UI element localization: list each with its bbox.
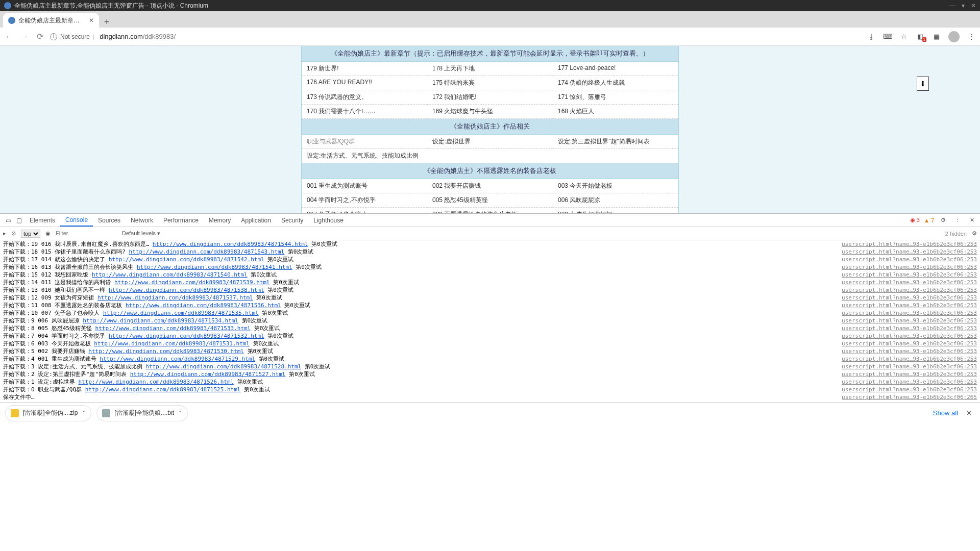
chapter-link[interactable]: 设定:第三虚拟世界"超"简易时间表 — [553, 135, 678, 149]
console-url-link[interactable]: http://www.dingdiann.com/ddk89983/487152… — [85, 386, 241, 393]
console-url-link[interactable]: http://www.dingdiann.com/ddk89983/487153… — [114, 279, 270, 286]
console-source-link[interactable]: userscript.html?name…93-e1b6b2e3cf06:265 — [842, 393, 977, 401]
console-url-link[interactable]: http://www.dingdiann.com/ddk89983/487153… — [103, 310, 259, 316]
chapter-link[interactable]: 170 我们需要十八个t…… — [302, 105, 427, 119]
chapter-link[interactable]: 009 女孩为何穿短裙 — [553, 208, 678, 213]
profile-avatar[interactable] — [948, 31, 960, 42]
device-toggle-icon[interactable]: ▢ — [14, 217, 24, 224]
new-tab-button[interactable]: + — [99, 17, 115, 28]
console-source-link[interactable]: userscript.html?name…93-e1b6b2e3cf06:253 — [842, 370, 977, 378]
browser-tab[interactable]: 全能伪娘店主最新章节,全能伪... ✕ — [3, 13, 99, 28]
close-window-icon[interactable]: ✕ — [971, 2, 976, 9]
console-url-link[interactable]: http://www.dingdiann.com/ddk89983/487152… — [146, 363, 302, 370]
console-sidebar-toggle-icon[interactable]: ▸ — [3, 230, 6, 237]
chapter-link[interactable]: 002 我要开店赚钱 — [427, 179, 553, 193]
console-settings-icon[interactable]: ⚙ — [972, 230, 977, 237]
show-all-downloads-button[interactable]: Show all — [933, 409, 958, 417]
download-widget-icon[interactable]: ⬇ — [917, 77, 929, 91]
chevron-up-icon[interactable]: ⌃ — [82, 410, 86, 416]
chapter-link[interactable]: 171 惊剑、落雁弓 — [553, 90, 678, 105]
chevron-up-icon[interactable]: ⌃ — [178, 410, 182, 416]
console-source-link[interactable]: userscript.html?name…93-e1b6b2e3cf06:253 — [842, 256, 977, 263]
log-levels-dropdown[interactable]: Default levels ▾ — [122, 230, 160, 237]
security-indicator[interactable]: i Not secure | — [50, 33, 94, 40]
console-url-link[interactable]: http://www.dingdiann.com/ddk89983/487152… — [79, 379, 234, 385]
console-output[interactable]: 开始下载：19 016 我叫辰辰,来自红魔乡,喜欢的东西是… http://ww… — [0, 240, 980, 402]
console-url-link[interactable]: http://www.dingdiann.com/ddk89983/487154… — [129, 248, 285, 255]
console-source-link[interactable]: userscript.html?name…93-e1b6b2e3cf06:253 — [842, 271, 977, 279]
console-url-link[interactable]: http://www.dingdiann.com/ddk89983/487153… — [88, 348, 244, 355]
chapter-link[interactable]: 172 我们结婚吧! — [427, 90, 553, 105]
extension-icon[interactable]: ▦ — [932, 33, 941, 40]
console-source-link[interactable]: userscript.html?name…93-e1b6b2e3cf06:253 — [842, 386, 977, 393]
devtools-tab-console[interactable]: Console — [60, 214, 93, 227]
reload-button[interactable]: ⟳ — [35, 32, 45, 41]
console-url-link[interactable]: http://www.dingdiann.com/ddk89983/487152… — [100, 356, 255, 362]
console-url-link[interactable]: http://www.dingdiann.com/ddk89983/487152… — [130, 371, 286, 378]
chapter-link[interactable]: 173 传说武器的意义。 — [302, 90, 427, 105]
console-source-link[interactable]: userscript.html?name…93-e1b6b2e3cf06:253 — [842, 248, 977, 256]
devtools-tab-elements[interactable]: Elements — [24, 214, 60, 227]
console-url-link[interactable]: http://www.dingdiann.com/ddk89983/487153… — [94, 340, 250, 347]
console-source-link[interactable]: userscript.html?name…93-e1b6b2e3cf06:253 — [842, 309, 977, 317]
chapter-link[interactable]: 176 ARE YOU READY!! — [302, 76, 427, 90]
chapter-link[interactable]: 007 兔子急了也会咬人 — [302, 208, 427, 213]
devtools-tab-network[interactable]: Network — [126, 214, 158, 227]
chapter-link[interactable]: 005 怒怼45级精英怪 — [427, 193, 553, 208]
console-source-link[interactable]: userscript.html?name…93-e1b6b2e3cf06:253 — [842, 340, 977, 347]
maximize-icon[interactable]: ▾ — [962, 2, 965, 9]
console-source-link[interactable]: userscript.html?name…93-e1b6b2e3cf06:253 — [842, 347, 977, 355]
close-tab-icon[interactable]: ✕ — [89, 17, 94, 24]
chapter-link[interactable]: 006 风吹屁屁凉 — [553, 193, 678, 208]
warning-count[interactable]: ▲ 7 — [924, 217, 934, 223]
console-source-link[interactable]: userscript.html?name…93-e1b6b2e3cf06:253 — [842, 302, 977, 309]
download-icon[interactable]: ⭳ — [867, 33, 876, 40]
console-source-link[interactable]: userscript.html?name…93-e1b6b2e3cf06:253 — [842, 263, 977, 271]
console-url-link[interactable]: http://www.dingdiann.com/ddk89983/487154… — [153, 241, 308, 247]
devtools-close-icon[interactable]: ✕ — [967, 217, 977, 223]
devtools-settings-icon[interactable]: ⚙ — [938, 217, 948, 223]
forward-button[interactable]: → — [19, 32, 30, 41]
chapter-link[interactable]: 设定:虚拟世界 — [427, 135, 553, 149]
chapter-link[interactable]: 175 特殊的来宾 — [427, 76, 553, 90]
chapter-link[interactable]: 003 今天开始做老板 — [553, 179, 678, 193]
download-item[interactable]: [雷渐凝]全能伪娘....txt ⌃ — [96, 405, 188, 421]
chapter-link[interactable]: 004 学而时习之,不亦悦乎 — [302, 193, 427, 208]
chapter-link[interactable]: 设定:生活方式、元气系统、技能加成比例 — [302, 149, 427, 163]
chapter-link[interactable]: 179 新世界! — [302, 62, 427, 76]
inspect-icon[interactable]: ▭ — [3, 217, 14, 224]
chapter-link[interactable]: 008 不愿透露姓名的装备店老板 — [427, 208, 553, 213]
address-field[interactable]: dingdiann.com/ddk89983/ — [100, 33, 176, 40]
console-url-link[interactable]: http://www.dingdiann.com/ddk89983/487154… — [137, 264, 292, 270]
close-shelf-icon[interactable]: ✕ — [963, 409, 975, 417]
console-source-link[interactable]: userscript.html?name…93-e1b6b2e3cf06:253 — [842, 355, 977, 363]
error-count[interactable]: ◉ 3 — [910, 217, 920, 223]
chapter-link[interactable]: 001 重生成为测试账号 — [302, 179, 427, 193]
console-source-link[interactable]: userscript.html?name…93-e1b6b2e3cf06:253 — [842, 294, 977, 302]
chapter-link[interactable]: 职业与武器/QQ群 — [302, 135, 427, 149]
devtools-tab-performance[interactable]: Performance — [158, 214, 204, 227]
chapter-link[interactable]: 177 Love-and-peace! — [553, 62, 678, 76]
download-item[interactable]: [雷渐凝]全能伪....zip ⌃ — [5, 405, 91, 421]
console-url-link[interactable]: http://www.dingdiann.com/ddk89983/487153… — [83, 317, 238, 324]
console-source-link[interactable]: userscript.html?name…93-e1b6b2e3cf06:253 — [842, 332, 977, 340]
chapter-link[interactable]: 168 火焰巨人 — [553, 105, 678, 119]
extension-tamper-icon[interactable]: ◧1 — [916, 33, 925, 40]
console-source-link[interactable]: userscript.html?name…93-e1b6b2e3cf06:253 — [842, 317, 977, 324]
bookmark-icon[interactable]: ☆ — [899, 33, 909, 40]
menu-icon[interactable]: ⋮ — [967, 33, 976, 40]
console-url-link[interactable]: http://www.dingdiann.com/ddk89983/487153… — [126, 302, 281, 309]
translate-icon[interactable]: ⌨ — [883, 33, 892, 40]
console-url-link[interactable]: http://www.dingdiann.com/ddk89983/487153… — [109, 333, 264, 339]
hidden-count[interactable]: 2 hidden — [945, 231, 967, 237]
chapter-link[interactable]: 169 火焰球魔与牛头怪 — [427, 105, 553, 119]
filter-input[interactable] — [56, 230, 117, 237]
back-button[interactable]: ← — [4, 32, 14, 41]
devtools-tab-application[interactable]: Application — [236, 214, 276, 227]
clear-console-icon[interactable]: ⊘ — [11, 230, 16, 237]
devtools-tab-memory[interactable]: Memory — [204, 214, 236, 227]
console-source-link[interactable]: userscript.html?name…93-e1b6b2e3cf06:292 — [842, 401, 977, 402]
devtools-tab-sources[interactable]: Sources — [93, 214, 126, 227]
devtools-menu-icon[interactable]: ⋮ — [952, 217, 963, 223]
console-source-link[interactable]: userscript.html?name…93-e1b6b2e3cf06:253 — [842, 279, 977, 286]
